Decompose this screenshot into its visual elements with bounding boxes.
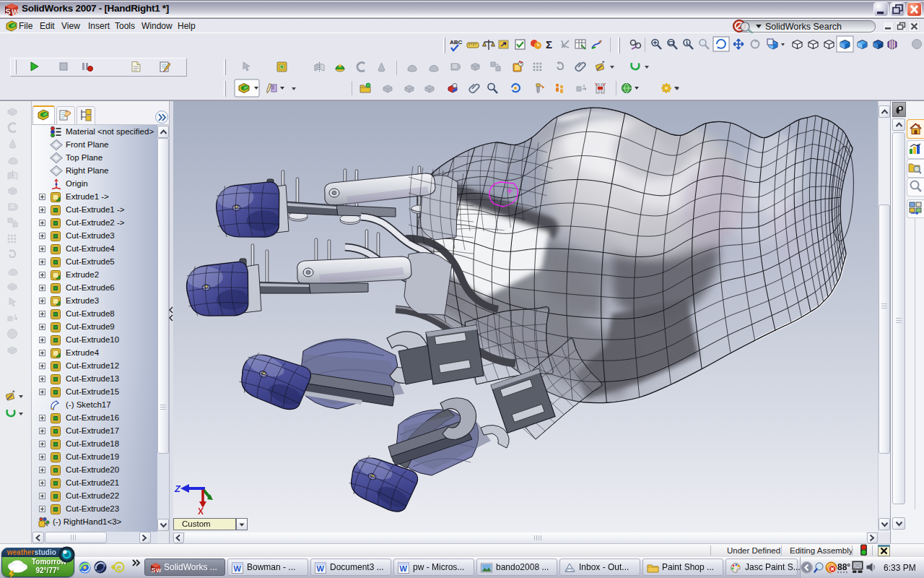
svg-text:S: S [152,566,156,574]
svg-text:W: W [317,564,325,573]
svg-text:Z: Z [174,483,181,494]
svg-text:*: * [12,389,15,396]
svg-text:S: S [6,7,11,16]
svg-text:Σ: Σ [546,38,552,51]
svg-text:ABC: ABC [450,39,463,46]
svg-text:W: W [400,564,408,573]
svg-text:e: e [117,563,121,571]
svg-text:W: W [12,9,19,17]
svg-text:W: W [156,567,162,574]
svg-text:W: W [234,564,242,573]
svg-text:X: X [198,506,204,517]
svg-text:*: * [602,59,605,66]
